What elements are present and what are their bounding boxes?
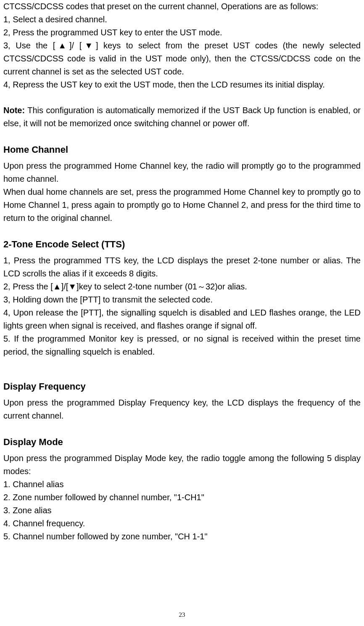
display-mode-5: 5. Channel number followed by zone numbe… (3, 530, 361, 543)
tts-step-2: 2, Press the [▲]/[▼]key to select 2-tone… (3, 280, 361, 293)
tts-step-4: 4, Upon release the [PTT], the signallin… (3, 306, 361, 332)
home-channel-p1: Upon press the programmed Home Channel k… (3, 159, 361, 186)
note-text: This configuration is automatically memo… (3, 106, 361, 128)
intro-step-4: 4, Repress the UST key to exit the UST m… (3, 78, 361, 91)
display-mode-2: 2. Zone number followed by channel numbe… (3, 491, 361, 504)
intro-step-2: 2, Press the programmed UST key to enter… (3, 26, 361, 39)
note-paragraph: Note: This configuration is automaticall… (3, 104, 361, 130)
heading-tts: 2-Tone Encode Select (TTS) (3, 237, 361, 252)
intro-step-3: 3, Use the [▲]/ [▼] keys to select from … (3, 39, 361, 78)
tts-step-3: 3, Holding down the [PTT] to transmit th… (3, 293, 361, 306)
note-label: Note: (3, 106, 25, 115)
display-mode-4: 4. Channel frequency. (3, 517, 361, 530)
intro-step-1: 1, Select a desired channel. (3, 13, 361, 26)
display-frequency-p1: Upon press the programmed Display Freque… (3, 396, 361, 422)
home-channel-p2: When dual home channels are set, press t… (3, 186, 361, 225)
page-number: 23 (0, 611, 364, 618)
display-mode-1: 1. Channel alias (3, 478, 361, 491)
intro-line: CTCSS/CDCSS codes that preset on the cur… (3, 0, 361, 13)
display-mode-intro: Upon press the programmed Display Mode k… (3, 452, 361, 478)
display-mode-3: 3. Zone alias (3, 504, 361, 517)
tts-step-5: 5. If the programmed Monitor key is pres… (3, 332, 361, 358)
heading-display-frequency: Display Frequency (3, 379, 361, 394)
heading-display-mode: Display Mode (3, 435, 361, 449)
heading-home-channel: Home Channel (3, 143, 361, 157)
tts-step-1: 1, Press the programmed TTS key, the LCD… (3, 254, 361, 280)
